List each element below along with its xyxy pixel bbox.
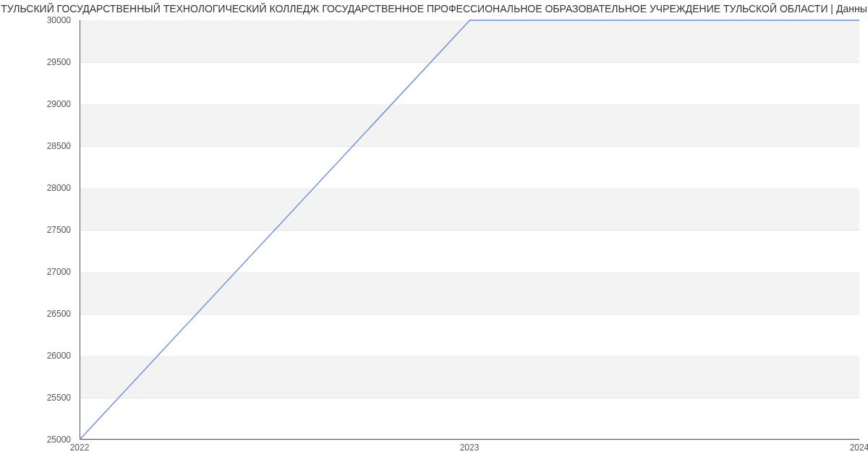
x-tick-label: 2023: [460, 443, 480, 453]
y-tick-label: 27000: [0, 267, 71, 277]
y-tick-label: 30000: [0, 15, 71, 25]
y-gridline: [80, 440, 859, 440]
y-tick-label: 28500: [0, 141, 71, 151]
y-tick-label: 26000: [0, 351, 71, 361]
chart-title: ТУЛЬСКИЙ ГОСУДАРСТВЕННЫЙ ТЕХНОЛОГИЧЕСКИЙ…: [0, 3, 868, 14]
y-tick-label: 27500: [0, 225, 71, 235]
y-tick-label: 29500: [0, 57, 71, 67]
y-tick-label: 25000: [0, 435, 71, 445]
chart-container: ТУЛЬСКИЙ ГОСУДАРСТВЕННЫЙ ТЕХНОЛОГИЧЕСКИЙ…: [0, 0, 868, 470]
x-tick-label: 2022: [70, 443, 90, 453]
x-tick-label: 2024: [850, 443, 868, 453]
y-tick-label: 29000: [0, 99, 71, 109]
line-series: [80, 20, 859, 439]
y-tick-label: 28000: [0, 183, 71, 193]
y-tick-label: 25500: [0, 393, 71, 403]
plot-area: [80, 20, 859, 440]
y-tick-label: 26500: [0, 309, 71, 319]
